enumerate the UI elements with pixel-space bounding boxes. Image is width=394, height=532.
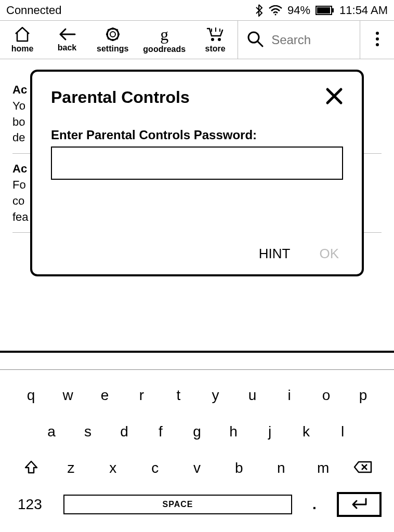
settings-button[interactable]: settings [89,21,136,59]
battery-icon [316,6,334,15]
shift-key[interactable] [12,460,50,476]
key-f[interactable]: f [142,423,179,440]
shift-icon [24,460,38,476]
key-h[interactable]: h [215,423,252,440]
toolbar: home back settings g goodreads store [0,21,394,59]
battery-percent: 94% [287,4,310,17]
back-arrow-icon [58,28,76,41]
keyboard-row-1: q w e r t y u i o p [12,377,382,414]
back-label: back [58,43,76,52]
key-l[interactable]: l [324,423,361,440]
more-vertical-icon [375,31,379,49]
cart-icon [206,26,224,42]
search-bar[interactable] [238,21,360,59]
ok-button[interactable]: OK [319,246,339,262]
key-o[interactable]: o [308,387,345,404]
key-s[interactable]: s [70,423,106,440]
key-e[interactable]: e [86,387,123,404]
key-z[interactable]: z [50,460,92,476]
password-input[interactable] [51,147,343,180]
close-icon [325,98,343,107]
svg-rect-2 [317,7,330,14]
key-q[interactable]: q [12,387,49,404]
keyboard: q w e r t y u i o p a s d f g h j k l [0,351,394,532]
key-t[interactable]: t [160,387,197,404]
key-n[interactable]: n [260,460,302,476]
settings-label: settings [97,44,128,54]
close-button[interactable] [325,87,343,107]
key-j[interactable]: j [252,423,288,440]
key-c[interactable]: c [134,460,176,476]
key-m[interactable]: m [302,460,344,476]
status-right: 94% 11:54 AM [255,4,388,17]
home-button[interactable]: home [0,21,45,59]
goodreads-icon: g [160,26,168,43]
modal-title: Parental Controls [51,88,190,107]
key-a[interactable]: a [33,423,70,440]
key-k[interactable]: k [288,423,324,440]
back-button[interactable]: back [45,21,89,59]
clock: 11:54 AM [339,4,388,17]
keyboard-row-4: 123 SPACE . [12,486,382,523]
search-icon [246,30,264,50]
goodreads-label: goodreads [143,45,186,54]
store-label: store [205,44,226,54]
key-d[interactable]: d [106,423,142,440]
more-button[interactable] [360,21,394,59]
svg-rect-3 [332,8,334,12]
svg-point-9 [376,32,379,35]
svg-point-6 [211,38,214,41]
key-w[interactable]: w [49,387,86,404]
svg-point-11 [376,43,379,46]
bluetooth-icon [255,4,264,17]
key-y[interactable]: y [197,387,234,404]
key-x[interactable]: x [92,460,134,476]
key-v[interactable]: v [176,460,218,476]
keyboard-row-2: a s d f g h j k l [12,414,382,450]
svg-point-7 [218,38,221,41]
svg-point-0 [275,14,277,15]
store-button[interactable]: store [193,21,238,59]
key-g[interactable]: g [179,423,215,440]
numbers-key[interactable]: 123 [12,496,54,513]
backspace-key[interactable] [344,461,382,475]
period-key[interactable]: . [301,496,327,513]
search-input[interactable] [271,33,351,47]
gear-icon [105,26,121,42]
space-key[interactable]: SPACE [63,495,292,514]
enter-icon [350,497,368,512]
svg-point-10 [376,37,379,41]
status-bar: Connected 94% 11:54 AM [0,0,394,21]
key-i[interactable]: i [271,387,308,404]
parental-controls-modal: Parental Controls Enter Parental Control… [30,70,364,276]
hint-button[interactable]: HINT [259,246,291,262]
svg-point-5 [110,32,115,37]
goodreads-button[interactable]: g goodreads [136,21,193,59]
keyboard-row-3: z x c v b n m [12,450,382,486]
key-u[interactable]: u [234,387,271,404]
home-icon [14,26,31,42]
enter-key[interactable] [337,492,382,517]
connection-status: Connected [6,4,61,17]
key-b[interactable]: b [218,460,260,476]
home-label: home [11,44,34,54]
key-p[interactable]: p [345,387,382,404]
password-label: Enter Parental Controls Password: [51,128,343,142]
backspace-icon [353,461,372,475]
key-r[interactable]: r [123,387,160,404]
wifi-icon [269,5,282,16]
